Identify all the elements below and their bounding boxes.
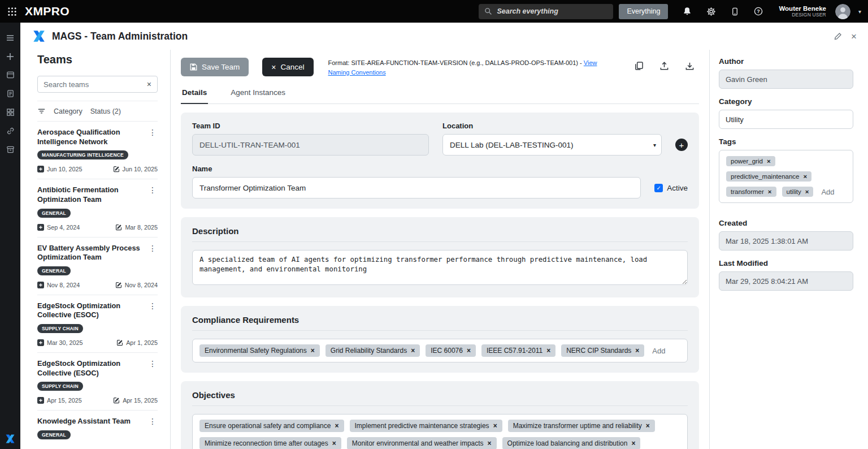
remove-tag-icon[interactable]: × bbox=[488, 439, 492, 447]
description-heading: Description bbox=[192, 226, 688, 242]
remove-tag-icon[interactable]: × bbox=[311, 347, 315, 355]
team-card[interactable]: Antibiotic Fermentation Optimization Tea… bbox=[37, 179, 158, 236]
description-textarea[interactable]: A specialized team of AI agents for opti… bbox=[192, 250, 688, 285]
form-toolbar: Save Team × Cancel Format: SITE-AREA-FUN… bbox=[181, 58, 699, 77]
add-compliance-tag[interactable]: Add bbox=[652, 347, 665, 355]
team-card[interactable]: Aerospace Qualification Intelligence Net… bbox=[37, 121, 158, 179]
topbar: XMPRO Everything bbox=[0, 0, 868, 23]
team-card[interactable]: EdgeStock Optimization Collective (ESOC)… bbox=[37, 295, 158, 352]
remove-tag-icon[interactable]: × bbox=[467, 347, 471, 355]
created-date: Nov 8, 2024 bbox=[37, 282, 80, 288]
copy-icon[interactable] bbox=[634, 61, 644, 71]
created-date: Apr 15, 2025 bbox=[37, 397, 82, 404]
add-meta-tag[interactable]: Add bbox=[821, 188, 834, 196]
remove-tag-icon[interactable]: × bbox=[493, 422, 497, 430]
category-badge: SUPPLY CHAIN bbox=[37, 382, 83, 391]
teams-search-input[interactable] bbox=[44, 80, 144, 89]
remove-tag-icon[interactable]: × bbox=[767, 158, 771, 165]
kebab-menu-icon[interactable]: ⋮ bbox=[147, 359, 158, 368]
kebab-menu-icon[interactable]: ⋮ bbox=[147, 417, 158, 426]
filter-status[interactable]: Status (2) bbox=[90, 107, 121, 115]
notifications-icon[interactable] bbox=[680, 4, 695, 19]
objectives-heading: Objectives bbox=[192, 390, 688, 406]
modified-icon bbox=[113, 397, 120, 404]
category-badge: GENERAL bbox=[37, 266, 71, 275]
upload-icon[interactable] bbox=[659, 61, 669, 71]
help-icon[interactable]: ? bbox=[751, 4, 766, 19]
edit-icon[interactable] bbox=[834, 32, 842, 41]
global-search[interactable] bbox=[479, 4, 613, 19]
remove-tag-icon[interactable]: × bbox=[546, 347, 550, 355]
remove-tag-icon[interactable]: × bbox=[803, 173, 807, 180]
remove-tag-icon[interactable]: × bbox=[635, 347, 639, 355]
checkbox-checked-icon[interactable]: ✓ bbox=[654, 184, 663, 192]
metadata-panel: Author Category Tags power_grid× predict… bbox=[709, 50, 868, 449]
remove-tag-icon[interactable]: × bbox=[768, 188, 772, 195]
team-card[interactable]: Knowledge Assistant Team ⋮ GENERAL bbox=[37, 410, 158, 446]
filter-category[interactable]: Category bbox=[54, 107, 83, 115]
objective-tag: Implement predictive maintenance strateg… bbox=[350, 420, 502, 432]
team-card[interactable]: EV Battery Assembly Process Optimization… bbox=[37, 237, 158, 295]
active-checkbox[interactable]: ✓ Active bbox=[654, 184, 688, 192]
team-card[interactable]: EdgeStock Optimization Collective (ESOC)… bbox=[37, 352, 158, 410]
chevron-down-icon: ▾ bbox=[653, 142, 656, 148]
location-select[interactable]: DELL Lab (DEL-LAB-TESTING-001) bbox=[442, 134, 662, 156]
link-icon[interactable] bbox=[2, 122, 19, 140]
tags-tagbox[interactable]: power_grid× predictive_maintenance× tran… bbox=[719, 150, 853, 203]
compliance-tag: IEC 60076× bbox=[426, 344, 476, 357]
objective-tag: Minimize reconnection time after outages… bbox=[199, 437, 341, 449]
tags-label: Tags bbox=[719, 137, 853, 146]
team-name-field[interactable] bbox=[192, 177, 641, 198]
modified-icon bbox=[115, 224, 122, 231]
archive-icon[interactable] bbox=[2, 140, 19, 159]
user-role: DESIGN USER bbox=[779, 12, 826, 18]
clear-search-icon[interactable]: × bbox=[147, 80, 151, 89]
kebab-menu-icon[interactable]: ⋮ bbox=[147, 301, 158, 310]
avatar[interactable] bbox=[835, 4, 850, 19]
objective-tag: Ensure operational safety and compliance… bbox=[199, 420, 344, 432]
mobile-device-icon[interactable] bbox=[727, 4, 742, 19]
user-menu[interactable]: Wouter Beneke DESIGN USER bbox=[779, 5, 826, 18]
xmpro-x-logo-small[interactable] bbox=[0, 433, 20, 444]
kebab-menu-icon[interactable]: ⋮ bbox=[147, 185, 158, 195]
search-scope-button[interactable]: Everything bbox=[619, 4, 668, 19]
compliance-tagbox[interactable]: Environmental Safety Regulations× Grid R… bbox=[192, 339, 688, 362]
remove-tag-icon[interactable]: × bbox=[646, 422, 650, 430]
teams-search[interactable]: × bbox=[37, 76, 158, 93]
menu-icon[interactable] bbox=[2, 28, 19, 47]
remove-tag-icon[interactable]: × bbox=[805, 188, 809, 195]
teams-filters: Category Status (2) bbox=[37, 101, 158, 121]
category-field[interactable] bbox=[719, 110, 853, 129]
save-team-button[interactable]: Save Team bbox=[181, 58, 249, 76]
cancel-button[interactable]: × Cancel bbox=[262, 58, 313, 76]
download-icon[interactable] bbox=[685, 61, 695, 71]
category-badge: GENERAL bbox=[37, 209, 71, 218]
add-location-button[interactable]: + bbox=[675, 139, 688, 151]
created-icon bbox=[37, 397, 44, 404]
compliance-section: Compliance Requirements Environmental Sa… bbox=[181, 306, 699, 373]
xmpro-logo: XMPRO bbox=[25, 5, 70, 18]
tab-details[interactable]: Details bbox=[181, 88, 208, 104]
kebab-menu-icon[interactable]: ⋮ bbox=[147, 128, 158, 137]
settings-gear-icon[interactable] bbox=[704, 4, 718, 19]
compliance-tag: Environmental Safety Regulations× bbox=[199, 344, 320, 357]
remove-tag-icon[interactable]: × bbox=[335, 422, 338, 430]
modified-date: Nov 8, 2024 bbox=[115, 282, 158, 288]
grid-icon[interactable] bbox=[2, 103, 19, 122]
close-icon[interactable]: × bbox=[851, 32, 857, 41]
global-search-input[interactable] bbox=[497, 7, 607, 15]
clipboard-icon[interactable] bbox=[2, 84, 19, 103]
add-icon[interactable] bbox=[2, 47, 19, 66]
board-icon[interactable] bbox=[2, 66, 19, 84]
objective-tag: Optimize load balancing and distribution… bbox=[502, 437, 641, 449]
kebab-menu-icon[interactable]: ⋮ bbox=[147, 244, 158, 253]
remove-tag-icon[interactable]: × bbox=[332, 439, 336, 447]
user-caret-icon[interactable]: ▾ bbox=[858, 8, 861, 15]
remove-tag-icon[interactable]: × bbox=[631, 439, 635, 447]
remove-tag-icon[interactable]: × bbox=[411, 347, 415, 355]
meta-tag: predictive_maintenance× bbox=[726, 171, 811, 182]
objectives-tagbox[interactable]: Ensure operational safety and compliance… bbox=[192, 414, 688, 449]
app-launcher-icon[interactable] bbox=[5, 4, 19, 19]
created-icon bbox=[37, 339, 44, 346]
tab-agent-instances[interactable]: Agent Instances bbox=[229, 88, 287, 103]
